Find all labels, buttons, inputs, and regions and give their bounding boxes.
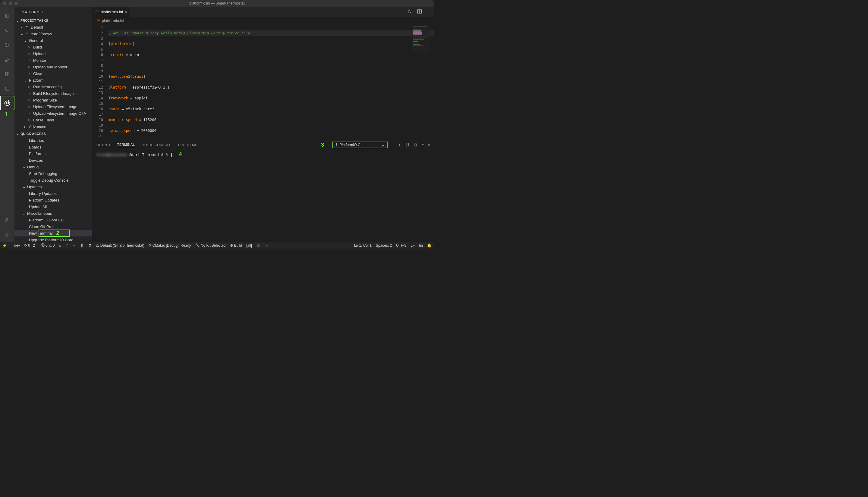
tree-item[interactable]: ○Program Size [14,97,92,103]
settings-icon[interactable] [0,227,14,242]
terminal-selector[interactable]: 1: PlatformIO CLI ⌄ [333,142,388,148]
more-icon[interactable]: ⋯ [85,10,89,14]
breadcrumb[interactable]: ☉ platformio.ini [92,17,434,24]
svg-point-20 [6,218,8,220]
extensions-icon[interactable] [0,67,14,81]
tree-item[interactable]: Clone Git Project [14,223,92,230]
search-icon[interactable] [0,24,14,38]
svg-rect-10 [8,72,9,74]
account-icon[interactable] [0,213,14,227]
tree-updates[interactable]: ⌄Updates [14,183,92,190]
tree-advanced[interactable]: ›Advanced [14,123,92,130]
tree-item[interactable]: Toggle Debug Console [14,177,92,183]
tab-platformio-ini[interactable]: ☉ platformio.ini × [92,6,130,17]
tab-problems[interactable]: PROBLEMS [178,143,197,147]
tab-terminal[interactable]: TERMINAL [117,143,135,147]
window-title: platformio.ini — Smart-Thermostat [189,1,244,5]
tree-item[interactable]: ○Upload and Monitor [14,63,92,70]
indent[interactable]: Spaces: 2 [376,243,392,247]
maximize-icon[interactable]: ^ [422,143,423,147]
build[interactable]: ⚙ Build [230,243,242,247]
tree-item[interactable]: Platforms [14,150,92,157]
terminal-path: Smart-Thermostat [129,153,166,157]
tree-platform[interactable]: ⌄Platform [14,77,92,83]
tab-output[interactable]: OUTPUT [96,143,111,147]
tab-debug-console[interactable]: DEBUG CONSOLE [141,143,171,147]
traffic-lights[interactable] [3,2,18,5]
new-terminal-icon[interactable]: + [398,143,400,147]
tree-item[interactable]: ○Monitor [14,57,92,63]
tabs: ☉ platformio.ini × ⋯ [92,6,434,17]
tree-item[interactable]: Upgrade PlatformIO Core [14,237,92,242]
tree-item[interactable]: ○Build [14,44,92,50]
tree-item-new-terminal[interactable]: New Terminal2 [14,230,92,237]
lang[interactable]: Ini [419,243,423,247]
tree-misc[interactable]: ⌄Miscellaneous [14,210,92,216]
debug-icon[interactable]: 🐞 [256,243,261,247]
tree-default[interactable]: ›🗀Default [14,24,92,30]
cmake-status[interactable]: ⟳ CMake: [Debug]: Ready [149,243,191,247]
trash-icon[interactable]: 🗑 [81,243,84,247]
kit[interactable]: 🔧 No Kit Selected [195,243,226,247]
editor[interactable]: 12345678910111213141516171819202122 ; AW… [92,24,434,140]
split-terminal-icon[interactable] [405,142,409,147]
tree-core2foraws[interactable]: ⌄🗀core2foraws [14,30,92,37]
eol[interactable]: LF [410,243,415,247]
close-icon[interactable]: × [125,9,127,14]
check-icon[interactable]: ✓ [66,243,68,247]
run-debug-icon[interactable] [0,53,14,67]
pio-file-icon: ☉ [96,18,100,23]
encoding[interactable]: UTF-8 [396,243,406,247]
tree-item[interactable]: Platform Updates [14,197,92,203]
tree-item[interactable]: Boards [14,144,92,150]
tree-item[interactable]: ○Upload Filesystem Image [14,103,92,110]
split-editor-icon[interactable] [417,9,422,15]
errors-warnings[interactable]: ⓧ 0 ⚠ 0 [41,243,55,248]
tree-item[interactable]: ○Erase Flash [14,116,92,123]
tree-item[interactable]: Start Debugging [14,170,92,177]
terminal[interactable]: trxxx@xxxxxxxx Smart-Thermostat % 4 [92,150,434,242]
remote-icon[interactable]: ⚡ [2,243,7,247]
all[interactable]: [all] [246,243,252,247]
source-control-icon[interactable] [0,38,14,53]
sync[interactable]: ⟳ 0↓ 2↑ [24,243,37,247]
tree-item[interactable]: Library Updates [14,190,92,197]
minimap[interactable] [412,26,430,53]
code[interactable]: ; AWS IoT EduKit Blinky Hello World Plat… [109,24,434,140]
section-project-tasks[interactable]: ⌄PROJECT TASKS [14,17,92,24]
pio-home-icon[interactable] [0,81,14,96]
tree: ›🗀Default ⌄🗀core2foraws ⌄General ○Build … [14,24,92,242]
tree-item[interactable]: ○Build Filesystem Image [14,90,92,97]
tree-item[interactable]: PlatformIO Core CLI [14,216,92,223]
tree-item[interactable]: ○Upload [14,50,92,57]
arrow-icon[interactable]: → [73,243,76,247]
terminal-cursor [171,153,174,157]
bell-icon[interactable]: 🔔 [427,243,432,247]
tree-item[interactable]: ○Upload Filesystem Image OTA [14,110,92,116]
section-quick-access[interactable]: ⌄QUICK ACCESS [14,130,92,137]
tree-general[interactable]: ⌄General [14,37,92,44]
svg-line-19 [8,100,9,101]
compare-icon[interactable] [407,9,412,15]
terminal-prompt: % [166,153,168,157]
tree-debug[interactable]: ⌄Debug [14,164,92,170]
kill-terminal-icon[interactable] [413,142,418,147]
tree-item[interactable]: ○Clean [14,70,92,77]
more-icon[interactable]: ⋯ [426,10,430,14]
folder-icon[interactable]: 🗀 Default (Smart-Thermostat) [96,243,144,247]
cursor-pos[interactable]: Ln 1, Col 1 [354,243,372,247]
explorer-icon[interactable] [0,9,14,24]
tree-item[interactable]: Update All [14,203,92,210]
close-panel-icon[interactable]: × [428,143,430,147]
beaker-icon[interactable]: ⚗ [88,243,92,247]
tree-item[interactable]: Libraries [14,137,92,144]
play-icon[interactable]: ▷ [265,243,268,247]
svg-rect-12 [8,74,9,76]
svg-line-18 [6,100,6,101]
tree-item[interactable]: Devices [14,157,92,164]
tree-item[interactable]: ○Run Menuconfig [14,83,92,90]
home-icon[interactable]: ⌂ [59,243,61,247]
svg-point-17 [8,102,9,103]
platformio-icon[interactable]: 1 [0,96,14,110]
branch[interactable]: ᚶ dev [11,243,20,247]
